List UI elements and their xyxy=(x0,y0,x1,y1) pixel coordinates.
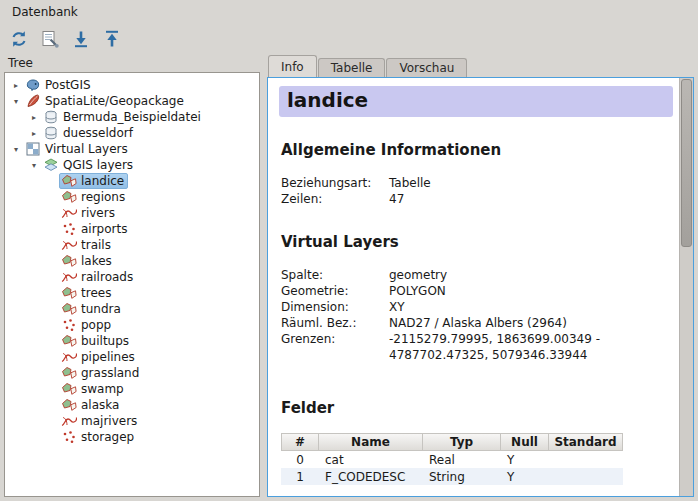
general-info-heading: Allgemeine Informationen xyxy=(281,141,673,159)
fields-row[interactable]: 1F_CODEDESCStringY xyxy=(281,468,623,485)
fields-column-header[interactable]: # xyxy=(281,433,319,451)
tree-item-content: storagep xyxy=(59,429,138,445)
virtual-layers-value: POLYGON xyxy=(389,283,673,299)
expander-expanded-icon[interactable]: ▾ xyxy=(9,145,23,154)
tree-item-regions[interactable]: regions xyxy=(5,189,259,205)
tree-item-swamp[interactable]: swamp xyxy=(5,381,259,397)
tree-item-label: lakes xyxy=(81,253,112,269)
fields-column-header[interactable]: Typ xyxy=(423,433,501,451)
tab-vorschau[interactable]: Vorschau xyxy=(386,58,467,77)
fields-column-header[interactable]: Standard xyxy=(549,433,623,451)
line-layer-icon xyxy=(61,205,77,221)
tree-item-rivers[interactable]: rivers xyxy=(5,205,259,221)
fields-table: #NameTypNullStandard0catRealY1F_CODEDESC… xyxy=(281,433,623,485)
tree-item-duesseldorf[interactable]: ▸duesseldorf xyxy=(5,125,259,141)
tree-item-content: grassland xyxy=(59,365,143,381)
tree-item-content: Virtual Layers xyxy=(23,141,132,157)
tree-item-lakes[interactable]: lakes xyxy=(5,253,259,269)
export-up-arrow-icon xyxy=(102,29,122,49)
tree-item-virtual-layers[interactable]: ▾Virtual Layers xyxy=(5,141,259,157)
scrollbar-thumb[interactable] xyxy=(681,79,692,247)
expander-expanded-icon[interactable]: ▾ xyxy=(9,97,23,106)
database-file-icon xyxy=(43,109,59,125)
tree-item-railroads[interactable]: railroads xyxy=(5,269,259,285)
tree-item-landice[interactable]: landice xyxy=(5,173,259,189)
tree-item-majrivers[interactable]: majrivers xyxy=(5,413,259,429)
tree-item-pipelines[interactable]: pipelines xyxy=(5,349,259,365)
tree-item-grassland[interactable]: grassland xyxy=(5,365,259,381)
fields-cell: Real xyxy=(423,451,501,468)
tree-item-qgis-layers[interactable]: ▾QGIS layers xyxy=(5,157,259,173)
virtual-layers-icon xyxy=(25,141,41,157)
menu-datenbank[interactable]: Datenbank xyxy=(6,3,84,21)
tree-item-builtups[interactable]: builtups xyxy=(5,333,259,349)
sql-window-button[interactable] xyxy=(36,26,64,52)
tree-item-postgis[interactable]: ▸PostGIS xyxy=(5,77,259,93)
tree-item-content: landice xyxy=(59,173,128,189)
tree-item-spatialite-geopackage[interactable]: ▾SpatiaLite/Geopackage xyxy=(5,93,259,109)
tree-item-label: pipelines xyxy=(81,349,135,365)
tab-info[interactable]: Info xyxy=(268,55,317,77)
tree-item-content: alaska xyxy=(59,397,123,413)
virtual-layers-label: Spalte: xyxy=(281,267,389,283)
tree-dock: Tree ▸PostGIS▾SpatiaLite/Geopackage▸Berm… xyxy=(4,54,260,497)
fields-column-header[interactable]: Name xyxy=(319,433,423,451)
virtual-layers-row: Dimension:XY xyxy=(281,299,673,315)
tree-item-label: majrivers xyxy=(81,413,137,429)
tree-item-label: Bermuda_Beispieldatei xyxy=(63,109,201,125)
postgis-icon xyxy=(25,77,41,93)
import-down-arrow-icon xyxy=(71,29,91,49)
tab-bar: InfoTabelleVorschau xyxy=(267,54,694,77)
tree-item-airports[interactable]: airports xyxy=(5,221,259,237)
tree-item-content: popp xyxy=(59,317,115,333)
import-layer-button[interactable] xyxy=(67,26,95,52)
general-info-row: Beziehungsart:Tabelle xyxy=(281,175,431,191)
tree-item-content: QGIS layers xyxy=(41,157,137,173)
fields-column-header[interactable]: Null xyxy=(501,433,549,451)
tree-item-popp[interactable]: popp xyxy=(5,317,259,333)
tree-item-content: swamp xyxy=(59,381,128,397)
tree-item-content: airports xyxy=(59,221,131,237)
fields-cell xyxy=(549,451,623,468)
database-file-icon xyxy=(43,125,59,141)
tree-item-alaska[interactable]: alaska xyxy=(5,397,259,413)
fields-heading: Felder xyxy=(281,399,673,417)
tree-item-content: lakes xyxy=(59,253,116,269)
virtual-layers-value: XY xyxy=(389,299,673,315)
vertical-scrollbar[interactable] xyxy=(679,78,693,496)
tree-item-content: tundra xyxy=(59,301,125,317)
fields-row[interactable]: 0catRealY xyxy=(281,451,623,468)
tree-item-trees[interactable]: trees xyxy=(5,285,259,301)
tree-item-label: airports xyxy=(81,221,127,237)
export-file-button[interactable] xyxy=(98,26,126,52)
tree-item-tundra[interactable]: tundra xyxy=(5,301,259,317)
virtual-layers-label: Grenzen: xyxy=(281,331,389,363)
tree-item-content: Bermuda_Beispieldatei xyxy=(41,109,205,125)
tree-item-label: regions xyxy=(81,189,125,205)
fields-cell: 0 xyxy=(281,451,319,468)
refresh-button[interactable] xyxy=(5,26,33,52)
tree-item-content: SpatiaLite/Geopackage xyxy=(23,93,188,109)
tree-item-content: builtups xyxy=(59,333,133,349)
tab-tabelle[interactable]: Tabelle xyxy=(318,58,386,77)
expander-collapsed-icon[interactable]: ▸ xyxy=(27,129,41,138)
sql-window-icon xyxy=(40,29,60,49)
general-info-row: Zeilen:47 xyxy=(281,191,431,207)
tree-item-trails[interactable]: trails xyxy=(5,237,259,253)
virtual-layers-row: Geometrie:POLYGON xyxy=(281,283,673,299)
spatialite-icon xyxy=(25,93,41,109)
polygon-layer-icon xyxy=(61,381,77,397)
polygon-layer-icon xyxy=(61,173,77,189)
expander-collapsed-icon[interactable]: ▸ xyxy=(9,81,23,90)
qgis-layers-icon xyxy=(43,157,59,173)
tree-item-bermuda-beispieldatei[interactable]: ▸Bermuda_Beispieldatei xyxy=(5,109,259,125)
tree-item-label: grassland xyxy=(81,365,139,381)
virtual-layers-heading: Virtual Layers xyxy=(281,233,673,251)
expander-expanded-icon[interactable]: ▾ xyxy=(27,161,41,170)
virtual-layers-row: Räuml. Bez.:NAD27 / Alaska Albers (2964) xyxy=(281,315,673,331)
fields-cell: 1 xyxy=(281,468,319,485)
tree-item-storagep[interactable]: storagep xyxy=(5,429,259,445)
tree-item-label: trails xyxy=(81,237,111,253)
expander-collapsed-icon[interactable]: ▸ xyxy=(27,113,41,122)
fields-cell: Y xyxy=(501,468,549,485)
